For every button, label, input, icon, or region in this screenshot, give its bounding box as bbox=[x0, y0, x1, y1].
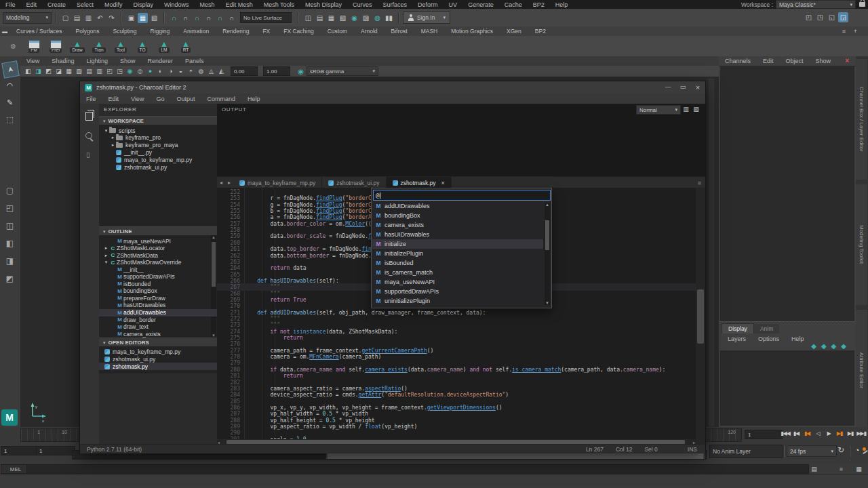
viewport-icon-18[interactable]: ◍ bbox=[197, 66, 205, 77]
menu-file[interactable]: File bbox=[0, 1, 21, 8]
channel-box-toggle-icon[interactable]: ◲ bbox=[838, 12, 848, 22]
layer-tab-display[interactable]: Display bbox=[722, 323, 754, 333]
script-editor-icon[interactable]: ▤ bbox=[809, 464, 819, 474]
workspace-item-maya-to-keyframe-mp-py[interactable]: maya_to_keyframe_mp.py bbox=[99, 156, 228, 163]
layer-tab-anim[interactable]: Anim bbox=[754, 324, 779, 333]
workspace-item-keyframe-pro-maya[interactable]: ▸keyframe_pro_maya bbox=[99, 142, 228, 149]
viewport-icon-15[interactable]: ◑ bbox=[166, 66, 175, 77]
marquee-tool-icon[interactable]: ⬚ bbox=[3, 113, 17, 127]
charcoal-titlebar[interactable]: M zshotmask.py - Charcoal Editor 2 — ▭ × bbox=[80, 81, 705, 94]
anim-layer-field[interactable]: No Anim Layer bbox=[709, 445, 783, 458]
layer-menu-options[interactable]: Options bbox=[752, 336, 785, 342]
close-icon[interactable]: × bbox=[845, 57, 849, 64]
autocomplete-item-uninitializeplugin[interactable]: MuninitializePlugin bbox=[372, 296, 543, 306]
undo-icon[interactable]: ↶ bbox=[95, 13, 105, 23]
current-frame-field[interactable]: 1 bbox=[745, 430, 783, 439]
gamma-field[interactable]: 1.00 bbox=[263, 66, 290, 76]
scroll-up-icon[interactable]: ▲ bbox=[545, 203, 549, 207]
range-start-field[interactable]: 1 bbox=[1, 446, 40, 455]
editor-menu-command[interactable]: Command bbox=[201, 96, 241, 102]
menu-edit[interactable]: Edit bbox=[21, 1, 43, 8]
shelf-tab-rendering[interactable]: Rendering bbox=[216, 28, 256, 35]
split-layout-icon[interactable]: ◧ bbox=[3, 238, 16, 248]
save-output-icon[interactable]: ▥ bbox=[682, 104, 690, 113]
snap-grid-icon[interactable]: ∩ bbox=[169, 13, 179, 23]
viewport-icon-3[interactable]: ◩ bbox=[44, 66, 53, 77]
step-forward-frame-icon[interactable]: ▶▮ bbox=[846, 428, 855, 438]
shelf-tab-rigging[interactable]: Rigging bbox=[144, 28, 177, 35]
viewport-icon-1[interactable]: ◧ bbox=[24, 66, 33, 77]
shelf-tab-fx[interactable]: FX bbox=[256, 28, 277, 35]
open-editor-zshotmask-ui-py[interactable]: zshotmask_ui.py bbox=[99, 355, 222, 363]
render-sphere-icon[interactable]: ◉ bbox=[349, 13, 359, 23]
pause-icon[interactable]: ▮▮ bbox=[384, 13, 394, 23]
viewport-icon-16[interactable]: ◒ bbox=[176, 66, 185, 77]
custom-layout-icon[interactable]: ◩ bbox=[3, 273, 16, 283]
select-hierarchy-icon[interactable]: ▣ bbox=[126, 13, 136, 23]
fps-dropdown[interactable]: 24 fps ▾ bbox=[787, 445, 837, 457]
shelf-tab-fx-caching[interactable]: FX Caching bbox=[277, 28, 320, 35]
viewport-icon-14[interactable]: ◐ bbox=[156, 66, 165, 77]
command-history-icon[interactable]: ≡ bbox=[836, 464, 846, 474]
evaluation-mode-icon[interactable] bbox=[863, 447, 868, 454]
open-scene-icon[interactable]: ▤ bbox=[72, 13, 82, 23]
panel-menu-shading[interactable]: Shading bbox=[45, 58, 80, 64]
menu-bp2[interactable]: BP2 bbox=[528, 1, 550, 8]
outline-item-adduidrawables[interactable]: MaddUIDrawables bbox=[99, 309, 217, 317]
menu-mesh-display[interactable]: Mesh Display bbox=[300, 1, 347, 8]
editor-menu-output[interactable]: Output bbox=[170, 96, 201, 102]
outline-item-zshotmaskdata[interactable]: ▸CZShotMaskData bbox=[99, 251, 217, 259]
paint-effects-icon[interactable]: ▨ bbox=[361, 13, 371, 23]
snap-curve-icon[interactable]: ∩ bbox=[180, 13, 191, 23]
shelf-tab-xgen[interactable]: XGen bbox=[500, 28, 528, 35]
autocomplete-item-maya-usenewapi[interactable]: Mmaya_useNewAPI bbox=[372, 277, 543, 287]
play-backwards-icon[interactable]: ◁ bbox=[813, 428, 823, 438]
sidebar-tab-modeling-toolkit[interactable]: Modeling Toolkit bbox=[856, 184, 867, 306]
viewport-icon-10[interactable]: ◳ bbox=[115, 66, 124, 77]
autocomplete-item-isbounded[interactable]: MisBounded bbox=[372, 258, 543, 268]
attribute-editor-toggle-icon[interactable]: ◳ bbox=[815, 12, 825, 22]
workspace-item-scripts[interactable]: ▾scripts bbox=[99, 127, 221, 134]
clear-output-icon[interactable]: ▨ bbox=[692, 104, 701, 113]
shelf-item-lm[interactable]: ▲LM bbox=[154, 40, 174, 53]
channel-box-area[interactable] bbox=[720, 66, 854, 321]
autocomplete-item-hasuidrawables[interactable]: MhasUIDrawables bbox=[372, 230, 543, 239]
menu-set-dropdown[interactable]: Modeling▾ bbox=[3, 12, 52, 24]
channel-menu-channels[interactable]: Channels bbox=[719, 58, 757, 64]
popup-scrollbar[interactable]: ▲ ▼ bbox=[545, 203, 550, 305]
outline-item-maya-usenewapi[interactable]: Mmaya_useNewAPI bbox=[99, 237, 217, 245]
shelf-item-tool[interactable]: ▲Tool bbox=[111, 40, 131, 53]
menu-uv[interactable]: UV bbox=[443, 1, 463, 8]
shelf-tab-arnold[interactable]: Arnold bbox=[354, 28, 384, 35]
go-to-end-icon[interactable]: ▶▶▮ bbox=[856, 428, 866, 438]
outline-item-boundingbox[interactable]: MboundingBox bbox=[99, 287, 217, 295]
xgen-icon[interactable]: ◍ bbox=[372, 13, 382, 23]
menu-windows[interactable]: Windows bbox=[159, 1, 195, 8]
autocomplete-item-adduidrawables[interactable]: MaddUIDrawables bbox=[372, 201, 543, 211]
ipr-render-icon[interactable]: ▦ bbox=[326, 13, 336, 23]
search-icon[interactable] bbox=[85, 132, 92, 140]
editor-menu-go[interactable]: Go bbox=[150, 96, 170, 102]
range-start-inner-field[interactable]: 1 bbox=[36, 446, 75, 455]
editor-menu-help[interactable]: Help bbox=[241, 96, 267, 102]
shelf-item-to[interactable]: ▲TO bbox=[132, 40, 153, 53]
shelf-collapse-icon[interactable]: ▬ bbox=[1, 26, 9, 37]
menu-mesh-tools[interactable]: Mesh Tools bbox=[258, 1, 300, 8]
tool-settings-toggle-icon[interactable]: ◰ bbox=[804, 12, 814, 22]
tab-nav-back-icon[interactable]: ◂ bbox=[217, 180, 225, 186]
select-object-icon[interactable]: ▦ bbox=[138, 13, 148, 23]
section-outline[interactable]: ▾ OUTLINE bbox=[99, 226, 217, 236]
go-to-start-icon[interactable]: ▮◀◀ bbox=[781, 428, 790, 438]
new-layer-icon[interactable]: ◆ bbox=[811, 342, 816, 350]
shelf-menu-icon[interactable]: ≡ bbox=[839, 26, 849, 37]
render-view-icon[interactable]: ◫ bbox=[303, 13, 313, 23]
snap-view-plane-icon[interactable]: ∩ bbox=[215, 13, 225, 23]
editor-tab-zshotmask-ui-py[interactable]: zshotmask_ui.py bbox=[322, 177, 386, 188]
menu-surfaces[interactable]: Surfaces bbox=[378, 1, 413, 8]
viewport-icon-7[interactable]: ▤ bbox=[85, 66, 94, 77]
panel-menu-show[interactable]: Show bbox=[114, 58, 142, 64]
minimize-button[interactable]: — bbox=[660, 83, 675, 92]
editor-tab-zshotmask-py[interactable]: zshotmask.py× bbox=[387, 177, 452, 188]
shelf-tab-animation[interactable]: Animation bbox=[176, 28, 216, 35]
command-input[interactable] bbox=[26, 464, 809, 474]
